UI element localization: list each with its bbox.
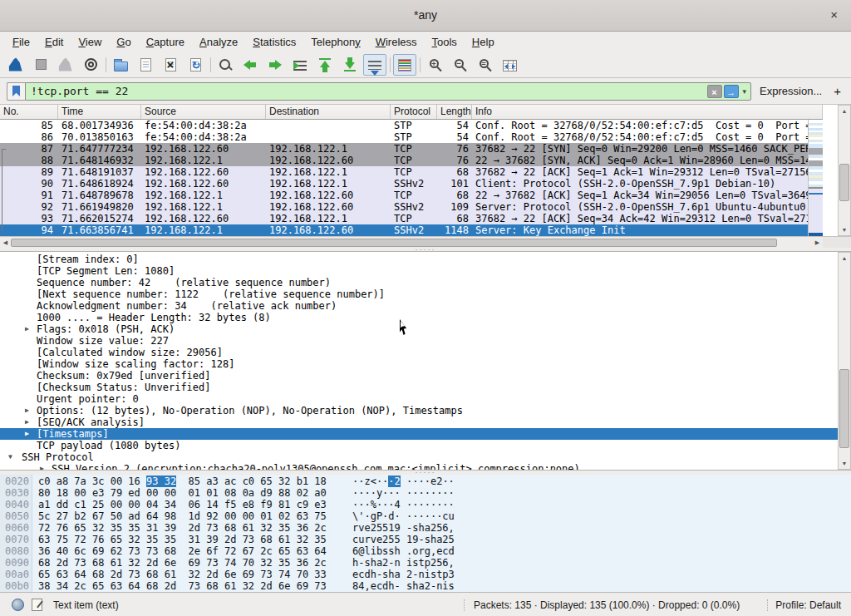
collapsed-arrow-icon[interactable]: ▶ [25, 405, 29, 416]
menu-analyze[interactable]: Analyze [192, 33, 245, 51]
ascii-bytes[interactable]: 6@libssh .org,ecd [352, 545, 455, 557]
hex-row-0090[interactable]: 009068 2d 73 68 61 32 2d 6e 69 73 74 70 … [0, 557, 851, 569]
detail-line[interactable]: TCP payload (1080 bytes) [0, 440, 851, 451]
ascii-bytes[interactable]: curve255 19-sha25 [352, 534, 455, 545]
packet-row-92[interactable]: 9271.661949820192.168.122.1192.168.122.6… [0, 201, 823, 213]
detail-line[interactable]: [Calculated window size: 29056] [0, 347, 851, 358]
packet-row-89[interactable]: 8971.648191037192.168.122.60192.168.122.… [0, 166, 823, 178]
packet-row-86[interactable]: 8670.013850163fe:54:00:d4:38:2aSTP54Conf… [0, 131, 823, 143]
find-packet-button[interactable] [214, 54, 237, 76]
filter-apply-button[interactable]: → [724, 85, 739, 98]
ascii-bytes[interactable]: 84,ecdh- sha2-nis [352, 580, 455, 592]
start-capture-button[interactable] [4, 54, 27, 76]
menu-tools[interactable]: Tools [425, 33, 465, 51]
column-header-source[interactable]: Source [141, 105, 266, 120]
detail-line[interactable]: ▶Flags: 0x018 (PSH, ACK) [0, 323, 851, 335]
ascii-bytes[interactable]: h-sha2-n istp256, [352, 557, 455, 569]
packet-row-91[interactable]: 9171.648789678192.168.122.1192.168.122.6… [0, 190, 823, 201]
column-header-destination[interactable]: Destination [266, 105, 391, 120]
hex-row-0070[interactable]: 007063 75 72 76 65 32 35 35 31 39 2d 73 … [0, 534, 851, 545]
detail-line[interactable]: ▶[Timestamps] [0, 428, 851, 440]
detail-line[interactable]: Acknowledgment number: 34 (relative ack … [0, 300, 851, 312]
scroll-left-arrow-icon[interactable]: ◀ [0, 238, 11, 248]
collapsed-arrow-icon[interactable]: ▶ [25, 323, 29, 335]
detail-line[interactable]: ▶[SEQ/ACK analysis] [0, 416, 851, 428]
ascii-bytes[interactable]: \'·gP·d· ······cu [352, 510, 455, 522]
restart-capture-button[interactable] [54, 54, 77, 76]
stop-capture-button[interactable] [29, 54, 52, 76]
detail-line[interactable]: ▶Options: (12 bytes), No-Operation (NOP)… [0, 405, 851, 416]
hex-bytes[interactable]: a1 dd c1 25 00 00 04 34 06 14 f5 e8 f9 8… [38, 499, 327, 510]
collapsed-arrow-icon[interactable]: ▶ [40, 463, 44, 471]
hex-row-0060[interactable]: 006072 76 65 32 35 35 31 39 2d 73 68 61 … [0, 522, 851, 534]
packet-list-vscrollbar[interactable]: ▲ ▼ [838, 105, 851, 236]
capture-comment-icon[interactable] [32, 599, 42, 611]
go-back-button[interactable] [239, 54, 262, 76]
detail-line[interactable]: Sequence number: 42 (relative sequence n… [0, 277, 851, 288]
detail-line[interactable]: ▼SSH Protocol [0, 451, 851, 463]
detail-line[interactable]: Checksum: 0x79ed [unverified] [0, 370, 851, 382]
column-header-length[interactable]: Length [437, 105, 472, 120]
menu-go[interactable]: Go [109, 33, 138, 51]
detail-line[interactable]: Urgent pointer: 0 [0, 393, 851, 405]
detail-line[interactable]: 1000 .... = Header Length: 32 bytes (8) [0, 312, 851, 323]
menu-view[interactable]: View [71, 33, 109, 51]
packet-list-hscroll-thumb[interactable] [11, 239, 777, 247]
hex-bytes[interactable]: c0 a8 7a 3c 00 16 93 32 85 a3 ac c0 65 3… [38, 476, 327, 487]
hex-bytes[interactable]: 65 63 64 68 2d 73 68 61 32 2d 6e 69 73 7… [38, 569, 327, 580]
details-vscrollbar[interactable]: ▲ ▼ [838, 252, 851, 470]
filter-dropdown-caret[interactable]: ▾ [740, 87, 751, 96]
filter-add-button[interactable]: + [834, 84, 841, 98]
ascii-bytes[interactable]: ····y··· ········ [352, 487, 455, 499]
zoom-out-button[interactable] [448, 54, 471, 76]
expanded-arrow-icon[interactable]: ▼ [8, 451, 12, 463]
detail-line[interactable]: [Next sequence number: 1122 (relative se… [0, 288, 851, 300]
filter-bookmark-button[interactable] [7, 82, 25, 101]
collapsed-arrow-icon[interactable]: ▶ [25, 428, 29, 440]
capture-options-button[interactable] [79, 54, 102, 76]
column-header-info[interactable]: Info [472, 105, 823, 120]
menu-telephony[interactable]: Telephony [303, 33, 367, 51]
column-header-time[interactable]: Time [58, 105, 141, 120]
packet-row-88[interactable]: 8871.648146932192.168.122.1192.168.122.6… [0, 155, 823, 166]
hex-row-00b0[interactable]: 00b038 34 2c 65 63 64 68 2d 73 68 61 32 … [0, 580, 851, 592]
detail-line[interactable]: [Checksum Status: Unverified] [0, 382, 851, 393]
packet-row-87[interactable]: 8771.647777234192.168.122.60192.168.122.… [0, 143, 823, 155]
packet-row-85[interactable]: 8568.001734936fe:54:00:d4:38:2aSTP54Conf… [0, 120, 823, 131]
scroll-up-arrow-icon[interactable]: ▲ [839, 253, 850, 264]
filter-clear-button[interactable]: × [707, 85, 722, 98]
auto-scroll-button[interactable] [363, 54, 386, 76]
packet-list-vscroll-thumb[interactable] [839, 164, 849, 201]
menu-statistics[interactable]: Statistics [245, 33, 303, 51]
menu-file[interactable]: File [5, 33, 37, 51]
ascii-bytes[interactable]: rve25519 -sha256, [352, 522, 455, 534]
detail-line[interactable]: Window size value: 227 [0, 335, 851, 347]
hex-bytes[interactable]: 5c 27 b2 67 50 ad 64 98 1d 92 00 00 01 0… [38, 510, 327, 522]
details-vscroll-thumb[interactable] [839, 369, 849, 448]
go-forward-button[interactable] [263, 54, 287, 76]
zoom-in-button[interactable] [423, 54, 446, 76]
scroll-up-arrow-icon[interactable]: ▲ [839, 106, 850, 116]
packet-list-hscrollbar[interactable]: ◀ ▶ [0, 236, 823, 248]
ascii-bytes[interactable]: ···%···4 ········ [352, 499, 455, 510]
menu-help[interactable]: Help [465, 33, 502, 51]
save-file-button[interactable] [134, 54, 157, 76]
hex-row-00a0[interactable]: 00a065 63 64 68 2d 73 68 61 32 2d 6e 69 … [0, 569, 851, 580]
menu-capture[interactable]: Capture [139, 33, 192, 51]
close-button[interactable]: × [827, 7, 841, 22]
zoom-reset-button[interactable] [473, 54, 496, 76]
expression-button[interactable]: Expression... [760, 85, 822, 97]
hex-bytes[interactable]: 63 75 72 76 65 32 35 35 31 39 2d 73 68 6… [38, 534, 327, 545]
detail-line[interactable]: [Stream index: 0] [0, 254, 851, 265]
column-header-protocol[interactable]: Protocol [391, 105, 437, 120]
packet-row-90[interactable]: 9071.648618924192.168.122.60192.168.122.… [0, 178, 823, 190]
hex-bytes[interactable]: 36 40 6c 69 62 73 73 68 2e 6f 72 67 2c 6… [38, 545, 327, 557]
hex-row-0040[interactable]: 0040a1 dd c1 25 00 00 04 34 06 14 f5 e8 … [0, 499, 851, 510]
hex-bytes[interactable]: 68 2d 73 68 61 32 2d 6e 69 73 74 70 32 3… [38, 557, 327, 569]
go-last-button[interactable] [338, 54, 362, 76]
hex-row-0080[interactable]: 008036 40 6c 69 62 73 73 68 2e 6f 72 67 … [0, 545, 851, 557]
scroll-right-arrow-icon[interactable]: ▶ [812, 238, 823, 248]
menu-wireless[interactable]: Wireless [368, 33, 425, 51]
hex-bytes[interactable]: 80 18 00 e3 79 ed 00 00 01 01 08 0a d9 8… [38, 487, 327, 499]
open-file-button[interactable] [109, 54, 132, 76]
